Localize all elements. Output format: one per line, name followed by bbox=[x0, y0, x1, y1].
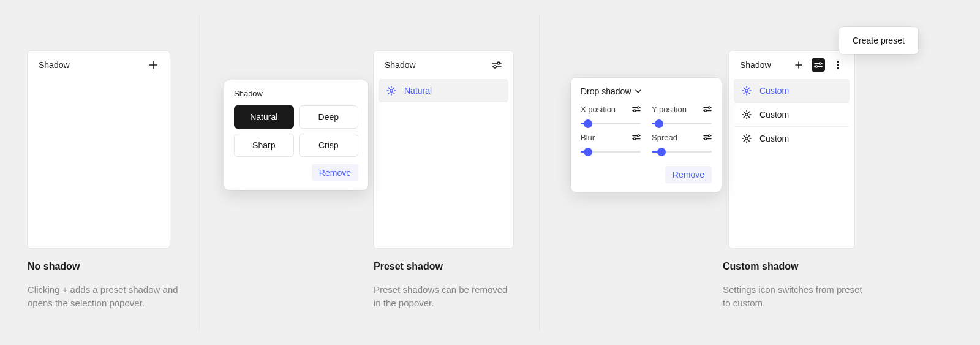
sliders-icon bbox=[703, 106, 712, 112]
add-shadow-button[interactable] bbox=[792, 58, 805, 72]
preset-option-natural[interactable]: Natural bbox=[234, 105, 294, 129]
blur-label: Blur bbox=[581, 133, 595, 142]
svg-point-6 bbox=[837, 64, 839, 66]
caption-text: Preset shadows can be removed in the pop… bbox=[374, 283, 514, 310]
y-position-label: Y position bbox=[652, 105, 687, 114]
sliders-icon bbox=[632, 106, 641, 112]
shadow-panel-custom: Shadow bbox=[729, 51, 854, 248]
spread-label: Spread bbox=[652, 133, 677, 142]
sun-icon bbox=[386, 85, 397, 96]
caption-title: Preset shadow bbox=[374, 261, 514, 272]
svg-point-5 bbox=[837, 61, 839, 63]
svg-point-14 bbox=[704, 110, 706, 112]
preset-label: Custom bbox=[760, 110, 789, 119]
sliders-icon bbox=[492, 61, 502, 69]
slider-thumb[interactable] bbox=[584, 148, 592, 156]
blur-adjust-button[interactable] bbox=[632, 133, 641, 142]
remove-shadow-button[interactable]: Remove bbox=[665, 166, 712, 183]
shadow-panel-preset: Shadow Natural bbox=[374, 51, 513, 248]
x-position-slider[interactable] bbox=[581, 123, 641, 124]
preset-option-sharp[interactable]: Sharp bbox=[234, 134, 294, 157]
caption-text: Clicking + adds a preset shadow and open… bbox=[28, 283, 187, 310]
blur-slider[interactable] bbox=[581, 151, 641, 153]
y-position-slider[interactable] bbox=[652, 123, 712, 124]
sliders-icon bbox=[632, 134, 641, 140]
tooltip-text: Create preset bbox=[853, 36, 905, 45]
create-preset-tooltip[interactable]: Create preset bbox=[839, 27, 918, 54]
add-shadow-button[interactable] bbox=[146, 58, 160, 72]
svg-point-8 bbox=[745, 89, 748, 92]
preset-label: Custom bbox=[760, 86, 789, 96]
y-position-adjust-button[interactable] bbox=[703, 105, 712, 114]
slider-thumb[interactable] bbox=[655, 119, 663, 128]
sliders-icon bbox=[814, 62, 823, 68]
svg-point-3 bbox=[819, 63, 821, 64]
slider-thumb[interactable] bbox=[657, 148, 666, 156]
shadow-type-dropdown[interactable]: Drop shadow bbox=[581, 86, 712, 96]
caption-title: No shadow bbox=[28, 261, 187, 272]
x-position-adjust-button[interactable] bbox=[632, 105, 641, 114]
section-divider bbox=[199, 15, 200, 330]
x-position-label: X position bbox=[581, 105, 616, 114]
slider-thumb[interactable] bbox=[584, 119, 592, 128]
preset-row-custom[interactable]: Custom bbox=[734, 102, 850, 126]
panel-title: Shadow bbox=[385, 60, 416, 70]
svg-point-4 bbox=[815, 66, 817, 67]
dropdown-label-text: Drop shadow bbox=[581, 86, 631, 96]
sun-icon bbox=[741, 85, 752, 96]
panel-title: Shadow bbox=[39, 60, 70, 70]
popover-title: Shadow bbox=[234, 89, 358, 98]
preset-popover: Shadow Natural Deep Sharp Crisp Remove bbox=[224, 80, 368, 190]
svg-point-9 bbox=[745, 113, 748, 116]
spread-slider[interactable] bbox=[652, 151, 712, 153]
more-menu-button[interactable] bbox=[831, 58, 845, 72]
remove-shadow-button[interactable]: Remove bbox=[312, 164, 358, 181]
preset-option-crisp[interactable]: Crisp bbox=[299, 134, 359, 157]
caption-text: Settings icon switches from preset to cu… bbox=[723, 283, 870, 310]
dots-vertical-icon bbox=[837, 61, 839, 69]
svg-point-12 bbox=[633, 110, 635, 112]
preset-label: Natural bbox=[404, 86, 432, 96]
svg-point-0 bbox=[497, 62, 500, 64]
chevron-down-icon bbox=[635, 89, 641, 93]
svg-point-1 bbox=[494, 66, 496, 68]
svg-point-16 bbox=[633, 138, 635, 140]
custom-settings-button[interactable] bbox=[812, 58, 825, 72]
sliders-icon bbox=[703, 134, 712, 140]
svg-point-13 bbox=[708, 107, 710, 108]
spread-adjust-button[interactable] bbox=[703, 133, 712, 142]
svg-point-7 bbox=[837, 67, 839, 69]
preset-row-natural[interactable]: Natural bbox=[379, 79, 508, 102]
caption-title: Custom shadow bbox=[723, 261, 870, 272]
section-divider bbox=[539, 15, 540, 330]
shadow-settings-button[interactable] bbox=[490, 58, 503, 72]
sun-icon bbox=[741, 133, 752, 144]
preset-row-custom[interactable]: Custom bbox=[734, 79, 850, 102]
svg-point-18 bbox=[704, 138, 706, 140]
sun-icon bbox=[741, 109, 752, 120]
plus-icon bbox=[149, 61, 157, 69]
custom-shadow-popover: Drop shadow X position Y position bbox=[571, 78, 722, 192]
shadow-panel-empty: Shadow bbox=[28, 51, 170, 248]
svg-point-15 bbox=[637, 135, 639, 137]
svg-point-10 bbox=[745, 137, 748, 140]
preset-row-custom[interactable]: Custom bbox=[734, 126, 850, 150]
plus-icon bbox=[795, 61, 802, 69]
panel-title: Shadow bbox=[740, 60, 771, 70]
preset-label: Custom bbox=[760, 134, 789, 143]
svg-point-2 bbox=[390, 89, 393, 92]
svg-point-11 bbox=[637, 107, 639, 108]
svg-point-17 bbox=[708, 135, 710, 137]
preset-option-deep[interactable]: Deep bbox=[299, 105, 359, 129]
